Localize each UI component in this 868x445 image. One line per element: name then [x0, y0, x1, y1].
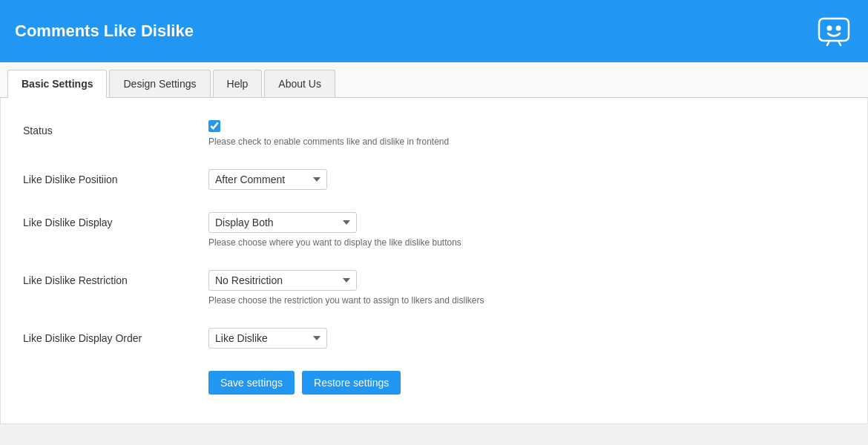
save-button[interactable]: Save settings: [208, 371, 295, 395]
tab-design-settings[interactable]: Design Settings: [109, 70, 210, 97]
display-order-control: Like Dislike Dislike Like: [208, 328, 845, 349]
status-hint: Please check to enable comments like and…: [208, 136, 845, 147]
display-order-select[interactable]: Like Dislike Dislike Like: [208, 328, 327, 349]
tab-basic-settings[interactable]: Basic Settings: [7, 70, 107, 98]
restriction-control: No Resitriction Login Required Cookie Ba…: [208, 270, 845, 306]
app-title: Comments Like Dislike: [15, 22, 194, 41]
header: Comments Like Dislike: [0, 0, 868, 62]
position-row: Like Dislike Positiion After Comment Bef…: [23, 169, 845, 190]
display-order-row: Like Dislike Display Order Like Dislike …: [23, 328, 845, 349]
display-hint: Please choose where you want to display …: [208, 237, 845, 248]
display-select[interactable]: Display Both Like Only Dislike Only: [208, 212, 357, 233]
display-label: Like Dislike Display: [23, 212, 208, 228]
position-control: After Comment Before Comment: [208, 169, 845, 190]
restriction-hint: Please choose the restriction you want t…: [208, 295, 845, 306]
status-checkbox[interactable]: [208, 120, 220, 132]
svg-rect-0: [819, 19, 849, 41]
svg-point-2: [837, 26, 841, 30]
display-row: Like Dislike Display Display Both Like O…: [23, 212, 845, 248]
status-checkbox-wrapper: [208, 120, 845, 132]
tab-bar: Basic Settings Design Settings Help Abou…: [0, 62, 868, 98]
settings-content: Status Please check to enable comments l…: [0, 98, 868, 424]
display-order-label: Like Dislike Display Order: [23, 328, 208, 344]
position-select[interactable]: After Comment Before Comment: [208, 169, 327, 190]
tab-about-us[interactable]: About Us: [264, 70, 335, 97]
button-row: Save settings Restore settings: [208, 371, 845, 395]
restriction-row: Like Dislike Restriction No Resitriction…: [23, 270, 845, 306]
display-control: Display Both Like Only Dislike Only Plea…: [208, 212, 845, 248]
status-row: Status Please check to enable comments l…: [23, 120, 845, 147]
position-label: Like Dislike Positiion: [23, 169, 208, 185]
restore-button[interactable]: Restore settings: [302, 371, 401, 395]
svg-point-1: [828, 26, 832, 30]
status-label: Status: [23, 120, 208, 136]
status-control: Please check to enable comments like and…: [208, 120, 845, 147]
restriction-select[interactable]: No Resitriction Login Required Cookie Ba…: [208, 270, 357, 291]
restriction-label: Like Dislike Restriction: [23, 270, 208, 286]
tab-help[interactable]: Help: [213, 70, 263, 97]
smiley-icon: [815, 11, 853, 52]
